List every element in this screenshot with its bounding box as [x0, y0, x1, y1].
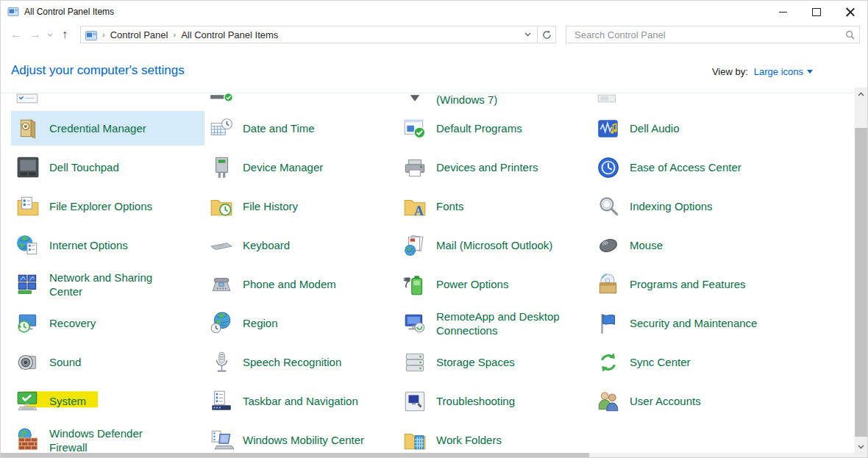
- cpl-item-programs-and-features[interactable]: Programs and Features: [591, 267, 855, 301]
- address-bar[interactable]: › Control Panel › All Control Panel Item…: [80, 26, 538, 43]
- cpl-item-default-programs[interactable]: Default Programs: [398, 111, 591, 146]
- view-by-control: View by: Large icons: [712, 66, 813, 77]
- cpl-item-label: Region: [243, 316, 278, 330]
- cpl-item-credential-manager[interactable]: Credential Manager: [11, 111, 204, 146]
- refresh-icon: [542, 30, 552, 40]
- maximize-icon: [812, 8, 821, 16]
- forward-button[interactable]: →: [26, 25, 45, 44]
- window-title: All Control Panel Items: [24, 7, 114, 17]
- caption-buttons: [766, 1, 867, 23]
- cpl-item-mail-microsoft-outlook[interactable]: Mail (Microsoft Outlook): [398, 228, 591, 262]
- cpl-item-region[interactable]: Region: [204, 306, 398, 340]
- close-button[interactable]: [833, 1, 867, 23]
- vertical-scrollbar-thumb[interactable]: [855, 128, 867, 437]
- keyboard-icon: [209, 233, 234, 258]
- cpl-item-label: Indexing Options: [630, 199, 713, 213]
- cpl-item-partial-arrow[interactable]: (Windows 7): [398, 93, 591, 110]
- recent-locations-button[interactable]: [45, 25, 55, 44]
- cpl-item-security-and-maintenance[interactable]: Security and Maintenance: [591, 306, 855, 340]
- cpl-item-label: System: [49, 394, 86, 408]
- user-accounts-icon: [596, 389, 621, 414]
- breadcrumb-all-control-panel-items[interactable]: All Control Panel Items: [181, 29, 278, 40]
- view-by-dropdown[interactable]: Large icons: [754, 66, 803, 77]
- up-button[interactable]: ↑: [55, 25, 74, 44]
- cpl-item-label: Internet Options: [49, 238, 128, 252]
- cpl-item-file-history[interactable]: File History: [204, 189, 398, 223]
- cpl-item-system[interactable]: System: [11, 384, 204, 418]
- control-panel-app-icon: [7, 6, 19, 18]
- cpl-item-label: Phone and Modem: [243, 277, 336, 291]
- search-input[interactable]: [573, 29, 845, 41]
- partial-window-icon: [15, 93, 40, 105]
- cpl-item-label: Taskbar and Navigation: [243, 394, 358, 408]
- cpl-item-recovery[interactable]: Recovery: [11, 306, 204, 340]
- cpl-item-label: Ease of Access Center: [630, 160, 741, 174]
- cpl-item-power-options[interactable]: Power Options: [398, 267, 591, 301]
- cpl-item-mouse[interactable]: Mouse: [591, 228, 855, 262]
- cpl-item-phone-and-modem[interactable]: Phone and Modem: [204, 267, 398, 301]
- adjust-settings-link[interactable]: Adjust your computer's settings: [11, 63, 185, 78]
- cpl-item-dell-touchpad[interactable]: Dell Touchpad: [11, 150, 204, 185]
- horizontal-scrollbar-thumb[interactable]: [1, 453, 589, 457]
- cpl-item-label: Windows DefenderFirewall: [49, 426, 143, 454]
- cpl-item-date-and-time[interactable]: Date and Time: [204, 111, 398, 146]
- cpl-item-troubleshooting[interactable]: Troubleshooting: [398, 384, 591, 418]
- sound-icon: [15, 350, 40, 375]
- region-icon: [209, 311, 234, 336]
- cpl-item-dell-audio[interactable]: Dell Audio: [591, 111, 855, 146]
- cpl-item-speech-recognition[interactable]: Speech Recognition: [204, 345, 398, 379]
- cpl-item-user-accounts[interactable]: User Accounts: [591, 384, 855, 418]
- minimize-button[interactable]: [766, 1, 800, 23]
- taskbar-and-navigation-icon: [209, 389, 234, 414]
- cpl-item-file-explorer-options[interactable]: File Explorer Options: [11, 189, 204, 223]
- address-dropdown-button[interactable]: [519, 26, 536, 43]
- programs-and-features-icon: [596, 272, 621, 297]
- cpl-item-fonts[interactable]: AFonts: [398, 189, 591, 223]
- view-by-label: View by:: [712, 66, 748, 77]
- cpl-item-sound[interactable]: Sound: [11, 345, 204, 379]
- recovery-icon: [15, 311, 40, 336]
- cpl-item-ease-of-access-center[interactable]: Ease of Access Center: [591, 150, 855, 185]
- cpl-item-storage-spaces[interactable]: Storage Spaces: [398, 345, 591, 379]
- cpl-item-device-manager[interactable]: Device Manager: [204, 150, 398, 185]
- navigation-toolbar: ← → ↑ › Control Panel › All Control Pane…: [1, 23, 867, 46]
- cpl-item-windows-mobility-center[interactable]: Windows Mobility Center: [204, 423, 398, 453]
- cpl-item-devices-and-printers[interactable]: Devices and Printers: [398, 150, 591, 185]
- device-manager-icon: [209, 155, 234, 180]
- breadcrumb-control-panel[interactable]: Control Panel: [110, 29, 168, 40]
- cpl-item-label: Credential Manager: [49, 121, 146, 135]
- cpl-item-partial-check-badge[interactable]: [204, 93, 398, 110]
- cpl-item-label: Recovery: [49, 316, 96, 330]
- speech-recognition-icon: [209, 350, 234, 375]
- cpl-item-partial-box[interactable]: [591, 93, 855, 110]
- control-panel-window: All Control Panel Items ← → ↑ › Control …: [0, 0, 868, 458]
- titlebar: All Control Panel Items: [1, 1, 867, 23]
- cpl-item-partial-window[interactable]: [11, 93, 204, 110]
- cpl-item-taskbar-and-navigation[interactable]: Taskbar and Navigation: [204, 384, 398, 418]
- cpl-item-indexing-options[interactable]: Indexing Options: [591, 189, 855, 223]
- cpl-item-windows-defender[interactable]: Windows DefenderFirewall: [11, 423, 204, 453]
- scroll-up-button[interactable]: [855, 87, 867, 100]
- network-and-sharing-center-icon: [15, 272, 40, 297]
- vertical-scrollbar[interactable]: [855, 87, 867, 453]
- chevron-down-icon: [524, 32, 531, 37]
- cpl-item-label: File History: [243, 199, 298, 213]
- cpl-item-remoteapp-and-desktop[interactable]: RemoteApp and DesktopConnections: [398, 306, 591, 340]
- cpl-item-label: Security and Maintenance: [630, 316, 757, 330]
- cpl-item-label: Sound: [49, 355, 81, 369]
- cpl-item-sync-center[interactable]: Sync Center: [591, 345, 855, 379]
- cpl-item-label: Date and Time: [243, 121, 315, 135]
- horizontal-scrollbar[interactable]: [1, 453, 855, 457]
- maximize-button[interactable]: [800, 1, 833, 23]
- cpl-item-label: Dell Audio: [630, 121, 680, 135]
- partial-check-badge-icon: [209, 93, 234, 105]
- cpl-item-network-and-sharing[interactable]: Network and SharingCenter: [11, 267, 204, 301]
- windows-mobility-center-icon: [209, 428, 234, 453]
- remoteapp-and-desktop-connections-icon: [402, 311, 427, 336]
- back-button[interactable]: ←: [7, 25, 26, 44]
- cpl-item-internet-options[interactable]: Internet Options: [11, 228, 204, 262]
- cpl-item-work-folders[interactable]: Work Folders: [398, 423, 591, 453]
- scroll-down-button[interactable]: [855, 440, 867, 453]
- refresh-button[interactable]: [537, 26, 556, 43]
- cpl-item-keyboard[interactable]: Keyboard: [204, 228, 398, 262]
